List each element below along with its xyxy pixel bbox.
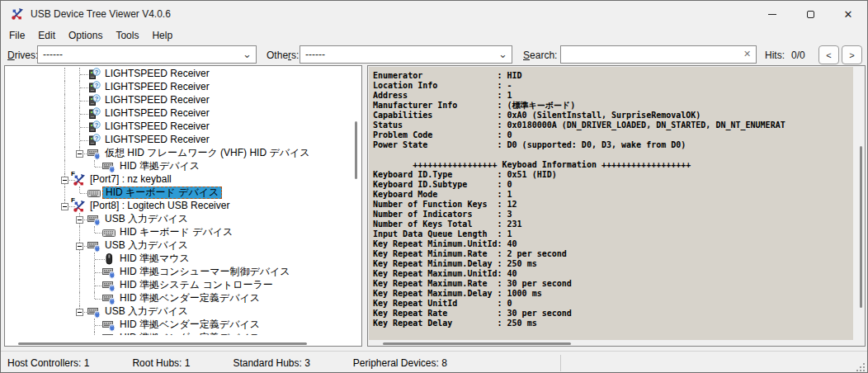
maximize-icon [807, 11, 814, 18]
tree-expander-minus[interactable] [76, 309, 83, 316]
close-icon: ✕ [844, 9, 853, 20]
tree-row[interactable]: HID 準拠デバイス [5, 160, 362, 173]
hid-device-icon [102, 266, 116, 279]
clear-search-icon[interactable]: ✕ [743, 49, 751, 59]
tree-item-label[interactable]: LIGHTSPEED Receiver [102, 134, 212, 146]
tree-row[interactable]: HID 準拠ベンダー定義デバイス [5, 292, 362, 305]
tree-item-label[interactable]: LIGHTSPEED Receiver [102, 94, 212, 106]
tree-item-label[interactable]: USB 入力デバイス [102, 239, 191, 252]
tree-guide-line [64, 147, 65, 160]
close-button[interactable]: ✕ [829, 1, 867, 27]
keyboard-icon [87, 186, 101, 200]
tree-guide-line [79, 253, 80, 266]
tree-item-label[interactable]: HID 準拠ベンダー定義デバイス [117, 292, 262, 305]
tree-row[interactable]: ?LIGHTSPEED Receiver [5, 81, 362, 94]
tree-row[interactable]: HID 準拠ベンダー定義デバイス [5, 319, 362, 332]
tree-item-label[interactable]: HID 準拠ベンダー定義デバイス [117, 332, 262, 335]
tree-row[interactable]: F[Port8] : Logitech USB Receiver [5, 200, 362, 213]
tree-item-label[interactable]: HID 準拠コンシューマー制御デバイス [117, 266, 293, 278]
tree-row[interactable]: USB 入力デバイス [5, 213, 362, 226]
tree-row[interactable]: HID 準拠マウス [5, 253, 362, 266]
tree-expander-minus[interactable] [76, 150, 83, 158]
usb-question-icon: ? [87, 94, 101, 107]
maximize-button[interactable] [791, 1, 829, 27]
tree-row[interactable]: HID キーボード デバイス [5, 226, 362, 239]
minimize-button[interactable] [753, 1, 791, 27]
drives-label: Drives: [7, 50, 38, 61]
tree-row[interactable]: ?LIGHTSPEED Receiver [5, 120, 362, 134]
search-input[interactable] [560, 45, 757, 64]
device-tree-pane: ?LIGHTSPEED Receiver?LIGHTSPEED Receiver… [4, 65, 362, 347]
tree-guide-line [64, 160, 65, 173]
tree-item-label[interactable]: HID キーボード デバイス [117, 226, 235, 238]
tree-item-label[interactable]: LIGHTSPEED Receiver [102, 81, 212, 93]
details-text: Enumerator : HID Location Info : - Addre… [369, 67, 853, 328]
tree-item-label[interactable]: 仮想 HID フレームワーク (VHF) HID デバイス [102, 147, 313, 159]
tree-guide-line [94, 292, 95, 299]
tree-row[interactable]: USB 入力デバイス [5, 305, 362, 319]
details-horizontal-scrollbar[interactable] [383, 342, 571, 345]
next-hit-button[interactable]: > [842, 45, 862, 64]
tree-expander-minus[interactable] [76, 216, 83, 224]
drives-combobox[interactable]: ------ ⌄ [37, 45, 257, 64]
tree-row[interactable]: HID 準拠ベンダー定義デバイス [5, 332, 362, 335]
tree-row[interactable]: USB 入力デバイス [5, 239, 362, 253]
tree-row[interactable]: ?LIGHTSPEED Receiver [5, 94, 362, 107]
details-content: Enumerator : HID Location Info : - Addre… [369, 67, 853, 340]
tree-item-label[interactable]: USB 入力デバイス [102, 305, 191, 318]
tree-item-label[interactable]: HID 準拠マウス [117, 253, 192, 265]
svg-text:?: ? [95, 121, 99, 129]
tree-item-label[interactable]: USB 入力デバイス [102, 213, 191, 225]
tree-expander-minus[interactable] [61, 203, 68, 210]
resize-grip[interactable] [856, 363, 865, 371]
tree-guide-line [64, 81, 65, 94]
status-item: Standard Hubs: 3 [233, 357, 309, 369]
others-combobox[interactable]: ------ ⌄ [300, 45, 512, 64]
previous-hit-button[interactable]: < [818, 45, 839, 64]
tree-row[interactable]: 仮想 HID フレームワーク (VHF) HID デバイス [5, 147, 362, 160]
tree-item-label[interactable]: HID 準拠システム コントローラー [117, 279, 276, 291]
hid-device-icon [87, 213, 101, 226]
hid-device-icon [102, 279, 116, 292]
tree-row[interactable]: ?LIGHTSPEED Receiver [5, 134, 362, 147]
speed-letter: F [71, 196, 75, 204]
svg-text:?: ? [95, 108, 99, 116]
tree-expander-minus[interactable] [76, 243, 83, 250]
tree-guide-line [64, 134, 65, 147]
menu-tools[interactable]: Tools [109, 28, 145, 43]
tree-item-label[interactable]: LIGHTSPEED Receiver [102, 68, 212, 80]
hits-label: Hits: [765, 50, 785, 61]
hid-device-icon [87, 147, 101, 160]
tree-row[interactable]: HID 準拠コンシューマー制御デバイス [5, 266, 362, 279]
status-item: Peripheral Devices: 8 [353, 357, 447, 369]
tree-row[interactable]: HID 準拠システム コントローラー [5, 279, 362, 292]
tree-horizontal-scrollbar[interactable] [18, 342, 307, 345]
tree-item-label[interactable]: HID 準拠デバイス [117, 160, 202, 172]
tree-row[interactable]: HID キーボード デバイス [5, 186, 362, 200]
status-item: Host Controllers: 1 [7, 357, 89, 369]
tree-item-label[interactable]: LIGHTSPEED Receiver [102, 120, 212, 133]
tree-row[interactable]: F[Port7] : nz keyball [5, 173, 362, 186]
svg-text:?: ? [95, 82, 99, 89]
menu-edit[interactable]: Edit [31, 28, 62, 43]
usb-question-icon: ? [87, 81, 101, 94]
tree-row[interactable]: ?LIGHTSPEED Receiver [5, 68, 362, 81]
tree-guide-line [94, 160, 95, 167]
tree-vertical-scrollbar[interactable] [355, 121, 357, 179]
tree-item-label[interactable]: LIGHTSPEED Receiver [102, 107, 212, 120]
menu-help[interactable]: Help [145, 28, 179, 43]
tree-item-label[interactable]: [Port7] : nz keyball [87, 173, 174, 186]
menu-file[interactable]: File [2, 28, 31, 43]
tree-item-label-selected[interactable]: HID キーボード デバイス [102, 186, 222, 199]
tree-item-label[interactable]: [Port8] : Logitech USB Receiver [87, 200, 232, 212]
tree-item-label[interactable]: HID 準拠ベンダー定義デバイス [117, 319, 262, 331]
chevron-down-icon: ⌄ [243, 48, 252, 60]
toolbar: Drives: ------ ⌄ Others: ------ ⌄ Search… [1, 44, 867, 65]
tree-expander-minus[interactable] [61, 177, 68, 184]
details-vertical-scrollbar[interactable] [860, 146, 862, 308]
usb-question-icon: ? [87, 120, 101, 134]
tree-row[interactable]: ?LIGHTSPEED Receiver [5, 107, 362, 120]
app-window: USB Device Tree Viewer V4.0.6 ✕ FileEdit… [0, 0, 868, 373]
menu-options[interactable]: Options [62, 28, 109, 43]
tree-guide-line [79, 266, 80, 279]
